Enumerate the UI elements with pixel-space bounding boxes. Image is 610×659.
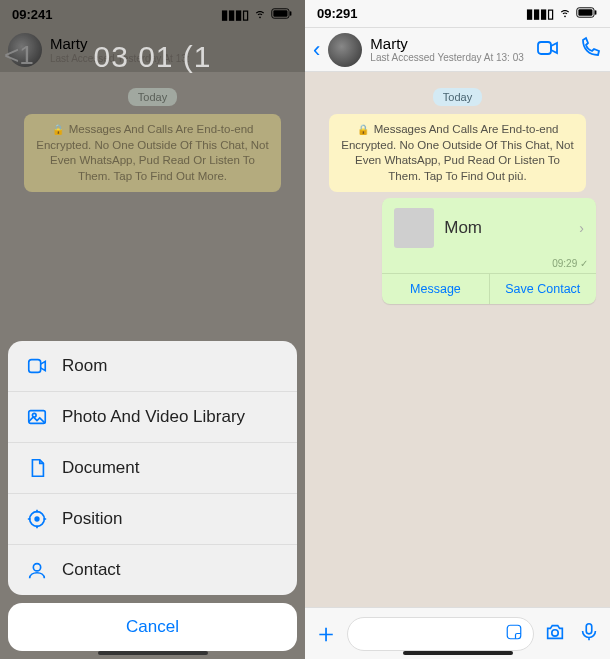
sheet-options-group: Room Photo And Video Library Document Po…: [8, 341, 297, 595]
svg-rect-3: [29, 360, 41, 373]
screen-chat-contact-shared: 09:291 ▮▮▮▯ ‹ Marty Last Accessed Yester…: [305, 0, 610, 659]
date-pill: Today: [433, 88, 482, 106]
message-meta: 09:29 ✓: [382, 258, 596, 273]
contact-title-block[interactable]: Marty Last Accessed Yesterday At 13: 03: [370, 36, 528, 64]
sheet-contact-label: Contact: [62, 560, 121, 580]
chat-header: ‹ Marty Last Accessed Yesterday At 13: 0…: [305, 28, 610, 72]
contact-avatar[interactable]: [328, 33, 362, 67]
screen-attachment-sheet: 09:241 ▮▮▮▯ Marty Last Accessed Yesterda…: [0, 0, 305, 659]
camera-button[interactable]: [542, 621, 568, 647]
sheet-position[interactable]: Position: [8, 494, 297, 545]
message-input[interactable]: [347, 617, 534, 651]
svg-rect-12: [538, 42, 551, 54]
save-contact-button[interactable]: Save Contact: [490, 274, 596, 304]
document-icon: [26, 457, 48, 479]
sheet-cancel-button[interactable]: Cancel: [8, 603, 297, 651]
encryption-text: Messages And Calls Are End-to-end Encryp…: [36, 123, 268, 182]
sticker-icon[interactable]: [505, 623, 523, 645]
svg-rect-10: [578, 9, 592, 15]
sheet-photo-video[interactable]: Photo And Video Library: [8, 392, 297, 443]
sheet-room-label: Room: [62, 356, 107, 376]
wifi-icon: [558, 5, 572, 22]
sheet-document-label: Document: [62, 458, 139, 478]
sheet-position-label: Position: [62, 509, 122, 529]
svg-point-8: [33, 564, 40, 571]
voice-call-button[interactable]: [578, 36, 602, 64]
contact-card-top[interactable]: Mom ›: [382, 198, 596, 258]
svg-rect-13: [507, 625, 521, 639]
back-badge: <1: [4, 40, 34, 71]
mic-button[interactable]: [576, 621, 602, 647]
attachment-action-sheet: Room Photo And Video Library Document Po…: [8, 341, 297, 651]
photo-icon: [26, 406, 48, 428]
shared-contact-name: Mom: [444, 218, 569, 238]
sheet-photo-label: Photo And Video Library: [62, 407, 245, 427]
contact-icon: [26, 559, 48, 581]
date-pill: Today: [128, 88, 177, 106]
contact-name: Marty: [370, 36, 528, 53]
tick-icon: ✓: [580, 258, 588, 269]
last-accessed-label: Last Accessed Yesterday At 13: 03: [370, 52, 528, 63]
encryption-banner[interactable]: 🔒 Messages And Calls Are End-to-end Encr…: [329, 114, 586, 192]
message-contact-button[interactable]: Message: [382, 274, 489, 304]
svg-point-7: [35, 517, 39, 521]
svg-rect-15: [586, 623, 592, 633]
signal-icon: ▮▮▮▯: [526, 6, 554, 21]
lock-icon: 🔒: [357, 123, 369, 137]
svg-point-14: [552, 629, 558, 635]
shared-contact-bubble[interactable]: Mom › 09:29 ✓ Message Save Contact: [382, 198, 596, 304]
battery-icon: [576, 6, 598, 21]
chevron-right-icon: ›: [579, 220, 584, 236]
attach-button[interactable]: ＋: [313, 616, 339, 651]
sheet-document[interactable]: Document: [8, 443, 297, 494]
room-icon: [26, 355, 48, 377]
sheet-contact[interactable]: Contact: [8, 545, 297, 595]
call-actions: [536, 36, 602, 64]
back-button[interactable]: ‹: [313, 37, 320, 63]
svg-rect-11: [595, 10, 597, 15]
status-bar: 09:291 ▮▮▮▯: [305, 0, 610, 28]
contact-card-actions: Message Save Contact: [382, 273, 596, 304]
shared-contact-avatar: [394, 208, 434, 248]
home-indicator[interactable]: [98, 651, 208, 655]
encryption-text: Messages And Calls Are End-to-end Encryp…: [341, 123, 573, 182]
status-time: 09:291: [317, 6, 357, 21]
location-icon: [26, 508, 48, 530]
message-time: 09:29: [552, 258, 577, 269]
video-call-button[interactable]: [536, 36, 560, 64]
chat-body[interactable]: Today 🔒 Messages And Calls Are End-to-en…: [305, 72, 610, 603]
home-indicator[interactable]: [403, 651, 513, 655]
sheet-room[interactable]: Room: [8, 341, 297, 392]
status-indicators: ▮▮▮▯: [526, 5, 598, 22]
encryption-banner[interactable]: 🔒 Messages And Calls Are End-to-end Encr…: [24, 114, 281, 192]
lock-icon: 🔒: [52, 123, 64, 137]
